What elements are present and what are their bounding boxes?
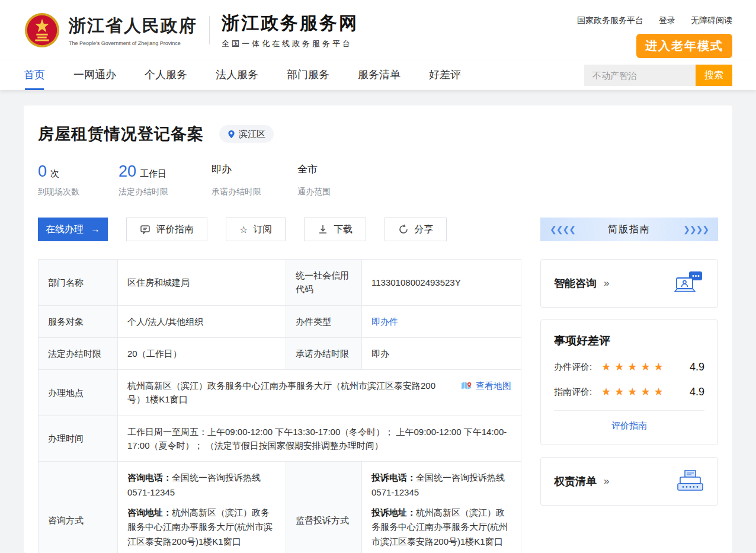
search-input[interactable] bbox=[584, 65, 696, 86]
smart-consult-card[interactable]: 智能咨询 » bbox=[540, 259, 718, 308]
site-subtitle: 全国一体化在线政务服务平台 bbox=[222, 39, 358, 49]
smart-consult-icon bbox=[674, 270, 704, 296]
page-title: 房屋租赁情况登记备案 bbox=[38, 123, 204, 145]
subscribe-button[interactable]: ☆ 订阅 bbox=[226, 218, 286, 241]
header-divider bbox=[209, 16, 210, 44]
stat-legal-limit-value: 20 bbox=[118, 162, 136, 181]
rating-guide-button[interactable]: 评价指南 bbox=[126, 218, 207, 241]
stat-visits-unit: 次 bbox=[50, 168, 59, 180]
rating-case-score: 4.9 bbox=[690, 361, 704, 373]
stat-scope: 全市 通办范围 bbox=[297, 162, 331, 197]
main-columns: 部门名称 区住房和城建局 统一社会信用代码 11330108002493523Y… bbox=[38, 259, 718, 553]
stat-visits: 0 次 到现场次数 bbox=[38, 162, 118, 197]
national-emblem-icon bbox=[24, 12, 60, 49]
location-pin-icon bbox=[228, 130, 235, 139]
duty-list-card[interactable]: 权责清单 » bbox=[540, 457, 718, 506]
simple-guide-button[interactable]: ❮❮❮❮ 简版指南 ❯❯❯❯ bbox=[540, 218, 718, 241]
title-row: 房屋租赁情况登记备案 滨江区 bbox=[38, 123, 718, 145]
nav-item-legal-person[interactable]: 法人服务 bbox=[216, 60, 258, 90]
stat-scope-label: 通办范围 bbox=[297, 187, 331, 197]
consult-method-cell: 咨询电话：全国统一咨询投诉热线0571-12345 咨询地址：杭州高新区（滨江）… bbox=[118, 462, 286, 553]
download-icon bbox=[318, 224, 328, 235]
download-button[interactable]: 下载 bbox=[304, 218, 366, 241]
stat-promise-limit-label: 承诺办结时限 bbox=[212, 187, 297, 197]
table-row: 办理地点 杭州高新区（滨江）政务服务中心江南办事服务大厅（杭州市滨江区泰安路20… bbox=[39, 370, 521, 416]
promise-limit-label: 承诺办结时限 bbox=[286, 337, 362, 369]
nav-item-personal[interactable]: 个人服务 bbox=[145, 60, 187, 90]
location-label: 滨江区 bbox=[239, 129, 265, 140]
duty-list-icon bbox=[676, 469, 704, 493]
rating-guide-link[interactable]: 评价指南 bbox=[611, 420, 647, 430]
rating-guide-label2: 指南评价: bbox=[554, 386, 601, 398]
credit-code-value: 11330108002493523Y bbox=[362, 260, 521, 306]
nav-item-department[interactable]: 部门服务 bbox=[287, 60, 329, 90]
gov-title: 浙江省人民政府 bbox=[69, 14, 197, 38]
stat-promise-limit: 即办 承诺办结时限 bbox=[212, 162, 297, 197]
complaint-method-label: 监督投诉方式 bbox=[286, 462, 362, 553]
rating-guide-label: 评价指南 bbox=[156, 223, 194, 236]
table-row: 办理时间 工作日周一至周五：上午09:00-12:00 下午13:30-17:0… bbox=[39, 415, 521, 462]
arrow-right-icon: → bbox=[91, 224, 100, 235]
search-bar: 搜索 bbox=[584, 65, 732, 86]
stat-visits-label: 到现场次数 bbox=[38, 187, 118, 197]
nav-item-one-stop[interactable]: 一网通办 bbox=[73, 60, 116, 90]
location-badge[interactable]: 滨江区 bbox=[219, 125, 274, 143]
actions-row: 在线办理 → 评价指南 ☆ 订阅 下载 bbox=[38, 218, 718, 241]
online-apply-button[interactable]: 在线办理 → bbox=[38, 218, 108, 241]
simple-guide-label: 简版指南 bbox=[608, 223, 651, 236]
share-button[interactable]: 分享 bbox=[385, 218, 447, 241]
case-type-link[interactable]: 即办件 bbox=[371, 317, 398, 327]
accessibility-link[interactable]: 无障碍阅读 bbox=[691, 15, 732, 26]
rating-card: 事项好差评 办件评价: ★★★★★ 4.9 指南评价: ★★★★★ 4.9 评价… bbox=[540, 319, 718, 445]
consult-phone-label: 咨询电话： bbox=[127, 472, 172, 482]
stat-scope-value: 全市 bbox=[297, 162, 318, 176]
header-right: 国家政务服务平台 登录 无障碍阅读 进入老年模式 bbox=[577, 15, 732, 58]
online-apply-label: 在线办理 bbox=[46, 223, 84, 236]
share-label: 分享 bbox=[414, 223, 433, 236]
rating-guide-score: 4.9 bbox=[690, 386, 704, 398]
view-map-label: 查看地图 bbox=[476, 379, 511, 392]
stat-legal-limit-unit: 工作日 bbox=[140, 168, 166, 180]
promise-limit-value: 即办 bbox=[362, 337, 521, 369]
gov-subtitle: The People's Government of Zhejiang Prov… bbox=[69, 40, 197, 46]
consult-method-label: 咨询方式 bbox=[39, 462, 118, 553]
national-platform-link[interactable]: 国家政务服务平台 bbox=[577, 15, 643, 26]
login-link[interactable]: 登录 bbox=[659, 15, 675, 26]
credit-code-label: 统一社会信用代码 bbox=[286, 260, 362, 306]
nav-item-home[interactable]: 首页 bbox=[24, 60, 45, 90]
search-button[interactable]: 搜索 bbox=[696, 65, 732, 86]
rating-row-case: 办件评价: ★★★★★ 4.9 bbox=[554, 360, 704, 373]
subscribe-label: 订阅 bbox=[253, 223, 272, 236]
sidebar: 智能咨询 » 事项好差评 bbox=[540, 259, 718, 517]
dept-name-label: 部门名称 bbox=[39, 260, 118, 306]
case-type-label: 办件类型 bbox=[286, 305, 362, 337]
site-header: 浙江省人民政府 The People's Government of Zheji… bbox=[0, 0, 756, 60]
download-label: 下载 bbox=[334, 223, 353, 236]
rating-link-wrap: 评价指南 bbox=[554, 410, 704, 431]
main-nav: 首页 一网通办 个人服务 法人服务 部门服务 服务清单 好差评 搜索 bbox=[0, 60, 756, 90]
service-object-label: 服务对象 bbox=[39, 305, 118, 337]
address-cell: 杭州高新区（滨江）政务服务中心江南办事服务大厅（杭州市滨江区泰安路200号）1楼… bbox=[118, 370, 521, 416]
service-info-table: 部门名称 区住房和城建局 统一社会信用代码 11330108002493523Y… bbox=[38, 259, 521, 553]
rating-case-label: 办件评价: bbox=[554, 362, 601, 373]
consult-addr-label: 咨询地址： bbox=[127, 507, 172, 517]
rating-guide-stars-icon: ★★★★★ bbox=[601, 385, 690, 398]
site-logo-text: 浙江政务服务网 全国一体化在线政务服务平台 bbox=[222, 11, 358, 49]
stat-legal-limit-label: 法定办结时限 bbox=[118, 187, 212, 197]
header-links: 国家政务服务平台 登录 无障碍阅读 bbox=[577, 15, 732, 26]
table-row: 部门名称 区住房和城建局 统一社会信用代码 11330108002493523Y bbox=[39, 260, 521, 306]
address-label: 办理地点 bbox=[39, 370, 118, 416]
service-detail-card: 房屋租赁情况登记备案 滨江区 0 次 到现场次数 20 工作日 bbox=[24, 106, 732, 553]
elder-mode-button[interactable]: 进入老年模式 bbox=[636, 34, 732, 58]
nav-item-rating[interactable]: 好差评 bbox=[429, 60, 461, 90]
stat-promise-limit-value: 即办 bbox=[212, 162, 232, 176]
site-title: 浙江政务服务网 bbox=[222, 11, 358, 36]
table-row: 服务对象 个人/法人/其他组织 办件类型 即办件 bbox=[39, 305, 521, 337]
nav-item-service-list[interactable]: 服务清单 bbox=[358, 60, 401, 90]
view-map-link[interactable]: 查看地图 bbox=[460, 379, 511, 392]
address-value: 杭州高新区（滨江）政务服务中心江南办事服务大厅（杭州市滨江区泰安路200号）1楼… bbox=[127, 379, 452, 407]
chevrons-right-icon: ❯❯❯❯ bbox=[683, 225, 709, 234]
legal-limit-label: 法定办结时限 bbox=[39, 337, 118, 369]
info-table-wrap: 部门名称 区住房和城建局 统一社会信用代码 11330108002493523Y… bbox=[38, 259, 521, 553]
page-content: 房屋租赁情况登记备案 滨江区 0 次 到现场次数 20 工作日 bbox=[0, 90, 756, 553]
